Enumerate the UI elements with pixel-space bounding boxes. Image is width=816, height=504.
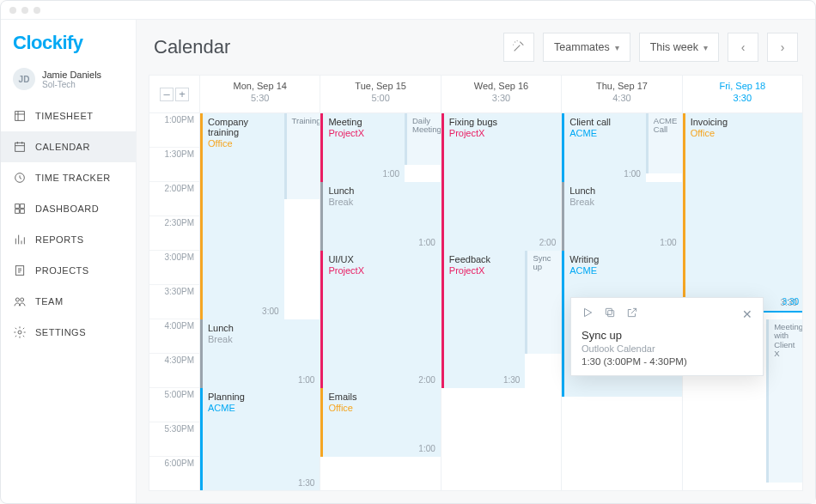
calendar-event[interactable]: PlanningACME1:30 (200, 388, 320, 491)
sidebar-item-dashboard[interactable]: DASHBOARD (1, 193, 136, 224)
day-column[interactable]: Company trainingOffice3:00TrainingLunchB… (199, 113, 320, 490)
event-title: Fixing bugs (449, 117, 556, 127)
sidebar-item-calendar[interactable]: CALENDAR (1, 131, 136, 162)
event-project: Office (328, 403, 435, 413)
event-duration: 2:00 (539, 238, 556, 247)
event-duration: 1:00 (298, 375, 314, 385)
calendar-event[interactable]: InvoicingOffice3:30 (683, 113, 802, 311)
sidebar-item-timesheet[interactable]: TIMESHEET (1, 100, 136, 131)
range-label: This week (650, 41, 698, 53)
calendar-event[interactable]: Fixing bugsProjectX2:00 (441, 113, 561, 251)
calendar-event[interactable]: Sync up (525, 251, 561, 354)
event-project: ACME (208, 403, 314, 413)
zoom-out-button[interactable]: – (160, 88, 174, 101)
day-total: 4:30 (562, 93, 681, 103)
chevron-right-icon: › (781, 40, 785, 54)
calendar-event[interactable]: Daily Meeting (405, 113, 441, 165)
range-dropdown[interactable]: This week ▾ (639, 33, 719, 62)
zoom-in-button[interactable]: + (175, 88, 189, 101)
time-label: 6:00PM (149, 457, 199, 491)
sidebar-item-label: SETTINGS (35, 327, 86, 337)
app-window: Clockify JD Jamie Daniels Sol-Tech TIMES… (0, 0, 816, 504)
event-title: Daily Meeting (412, 117, 435, 135)
event-project: ACME (569, 265, 676, 276)
svg-rect-1 (15, 143, 25, 151)
calendar-event[interactable]: UI/UXProjectX2:00 (320, 251, 440, 388)
event-title: Writing (569, 254, 676, 264)
time-label: 3:00PM (149, 251, 199, 285)
copy-icon[interactable] (604, 307, 616, 322)
user-name: Jamie Daniels (42, 70, 101, 80)
sidebar-item-projects[interactable]: PROJECTS (1, 255, 136, 286)
window-titlebar (1, 1, 815, 20)
brand-logo: Clockify (1, 27, 136, 64)
event-duration: 1:00 (660, 238, 676, 247)
day-label: Mon, Sep 14 (200, 81, 320, 91)
svg-point-8 (15, 298, 19, 301)
next-button[interactable]: › (767, 33, 798, 62)
window-dot (33, 7, 40, 14)
sidebar-item-reports[interactable]: REPORTS (1, 224, 136, 255)
sidebar-item-time-tracker[interactable]: TIME TRACKER (1, 162, 136, 193)
day-column[interactable]: Fixing bugsProjectX2:00FeedbackProjectX1… (441, 113, 561, 490)
event-title: Feedback (449, 254, 521, 264)
zoom-controls: – + (149, 76, 199, 112)
event-title: Lunch (328, 185, 435, 196)
teammates-dropdown[interactable]: Teammates ▾ (543, 33, 630, 62)
close-icon[interactable]: ✕ (742, 307, 752, 321)
svg-marker-11 (585, 308, 592, 316)
event-title: Planning (208, 392, 314, 402)
avatar: JD (13, 68, 35, 90)
event-duration: 1:00 (383, 169, 399, 179)
sidebar-item-team[interactable]: TEAM (1, 286, 136, 317)
prev-button[interactable]: ‹ (728, 33, 758, 62)
user-block[interactable]: JD Jamie Daniels Sol-Tech (1, 64, 136, 100)
time-label: 4:30PM (149, 354, 199, 388)
filter-button[interactable] (503, 33, 534, 62)
sidebar-item-label: TIMESHEET (35, 111, 93, 121)
sidebar-item-settings[interactable]: SETTINGS (1, 317, 136, 348)
event-project: ProjectX (449, 265, 521, 276)
sidebar-item-label: DASHBOARD (35, 203, 99, 214)
sidebar-item-label: CALENDAR (35, 142, 90, 152)
play-icon[interactable] (582, 307, 594, 322)
event-title: Meeting (328, 117, 399, 127)
sidebar-icon (13, 295, 27, 308)
time-label: 2:30PM (149, 216, 199, 251)
calendar-event[interactable]: Meeting with Client X (766, 319, 802, 483)
calendar-event[interactable]: FeedbackProjectX1:30 (441, 251, 526, 388)
sidebar-item-label: REPORTS (35, 234, 83, 245)
popup-title: Sync up (582, 329, 752, 342)
page-title: Calendar (154, 36, 495, 58)
time-label: 5:30PM (149, 422, 199, 457)
calendar-event[interactable]: MeetingProjectX1:00 (320, 113, 405, 182)
teammates-label: Teammates (554, 41, 610, 53)
sidebar-icon (13, 202, 27, 216)
calendar-event[interactable]: ACME Call (646, 113, 682, 173)
calendar-event[interactable]: LunchBreak1:00 (200, 319, 320, 388)
svg-rect-5 (15, 209, 20, 214)
day-header: Fri, Sep 183:30 (682, 76, 802, 112)
calendar-event[interactable]: LunchBreak1:00 (562, 182, 681, 251)
day-label: Thu, Sep 17 (562, 81, 681, 91)
time-label: 1:30PM (149, 148, 199, 182)
chevron-left-icon: ‹ (741, 40, 746, 54)
calendar-event[interactable]: Company trainingOffice3:00 (200, 113, 284, 319)
calendar-event[interactable]: EmailsOffice1:00 (320, 388, 440, 457)
event-duration: 1:30 (503, 375, 520, 385)
day-column[interactable]: MeetingProjectX1:00Daily MeetingLunchBre… (320, 113, 440, 490)
event-title: Sync up (533, 254, 556, 272)
current-time-label: 3:30 (783, 297, 799, 307)
calendar-event[interactable]: LunchBreak1:00 (320, 182, 440, 251)
popup-detail: 1:30 (3:00PM - 4:30PM) (582, 356, 752, 367)
day-label: Fri, Sep 18 (683, 81, 802, 91)
event-project: Break (328, 197, 435, 207)
day-label: Tue, Sep 15 (320, 81, 440, 91)
svg-rect-4 (21, 204, 25, 209)
open-icon[interactable] (626, 307, 638, 322)
day-header: Mon, Sep 145:30 (199, 76, 320, 112)
calendar-event[interactable]: Client callACME1:00 (562, 113, 646, 182)
sidebar-item-label: PROJECTS (35, 265, 89, 276)
calendar-event[interactable]: Training (284, 113, 320, 199)
sidebar-item-label: TEAM (35, 296, 64, 307)
